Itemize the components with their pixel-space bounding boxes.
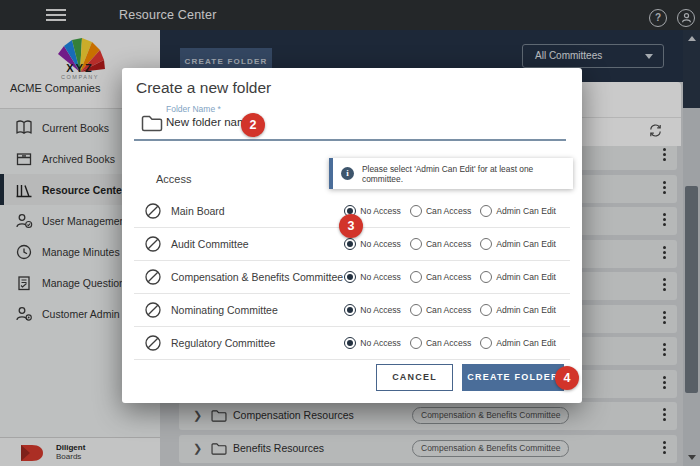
access-row-regulatory-committee: Regulatory Committee No Access Can Acces… [134,327,570,360]
folder-name-label: Folder Name * [166,104,221,114]
committee-name: Main Board [171,205,225,217]
info-banner: i Please select 'Admin Can Edit' for at … [329,158,573,189]
radio-admin-can-edit[interactable]: Admin Can Edit [480,304,556,316]
step-badge-2: 2 [241,113,265,137]
radio-no-access[interactable]: No Access [344,238,401,250]
screen: Resource Center ? XYZ COMPANY [0,0,700,466]
radio-icon[interactable] [410,238,422,250]
radio-icon[interactable] [410,337,422,349]
radio-icon[interactable] [344,238,356,250]
input-underline [134,139,566,141]
committee-name: Nominating Committee [171,304,278,316]
radio-can-access[interactable]: Can Access [410,271,471,283]
committee-name: Regulatory Committee [171,337,275,349]
step-badge-3: 3 [339,214,363,238]
access-section-label: Access [156,173,191,185]
radio-icon[interactable] [344,337,356,349]
info-icon: i [341,167,354,180]
radio-icon[interactable] [480,337,492,349]
radio-icon[interactable] [410,271,422,283]
no-access-icon [144,202,162,220]
radio-icon[interactable] [480,304,492,316]
radio-icon[interactable] [480,205,492,217]
radio-admin-can-edit[interactable]: Admin Can Edit [480,205,556,217]
radio-admin-can-edit[interactable]: Admin Can Edit [480,337,556,349]
committee-name: Audit Committee [171,238,249,250]
radio-admin-can-edit[interactable]: Admin Can Edit [480,271,556,283]
folder-icon [141,114,163,132]
radio-icon[interactable] [410,304,422,316]
banner-message: Please select 'Admin Can Edit' for at le… [362,164,573,184]
modal-title: Create a new folder [136,79,271,97]
radio-can-access[interactable]: Can Access [410,337,471,349]
radio-icon[interactable] [344,304,356,316]
radio-icon[interactable] [344,271,356,283]
radio-no-access[interactable]: No Access [344,271,401,283]
access-row-compensation-benefits: Compensation & Benefits Committee No Acc… [134,261,570,294]
banner-accent-bar [329,158,333,189]
no-access-icon [144,334,162,352]
no-access-icon [144,235,162,253]
step-badge-4: 4 [555,366,579,390]
radio-can-access[interactable]: Can Access [410,304,471,316]
radio-no-access[interactable]: No Access [344,304,401,316]
radio-can-access[interactable]: Can Access [410,205,471,217]
committee-name: Compensation & Benefits Committee [171,271,343,283]
access-row-nominating-committee: Nominating Committee No Access Can Acces… [134,294,570,327]
no-access-icon [144,268,162,286]
radio-can-access[interactable]: Can Access [410,238,471,250]
radio-icon[interactable] [480,238,492,250]
cancel-button[interactable]: CANCEL [376,364,453,391]
radio-admin-can-edit[interactable]: Admin Can Edit [480,238,556,250]
create-folder-submit-button[interactable]: CREATE FOLDER [462,364,564,391]
no-access-icon [144,301,162,319]
radio-icon[interactable] [480,271,492,283]
radio-icon[interactable] [410,205,422,217]
radio-no-access[interactable]: No Access [344,337,401,349]
